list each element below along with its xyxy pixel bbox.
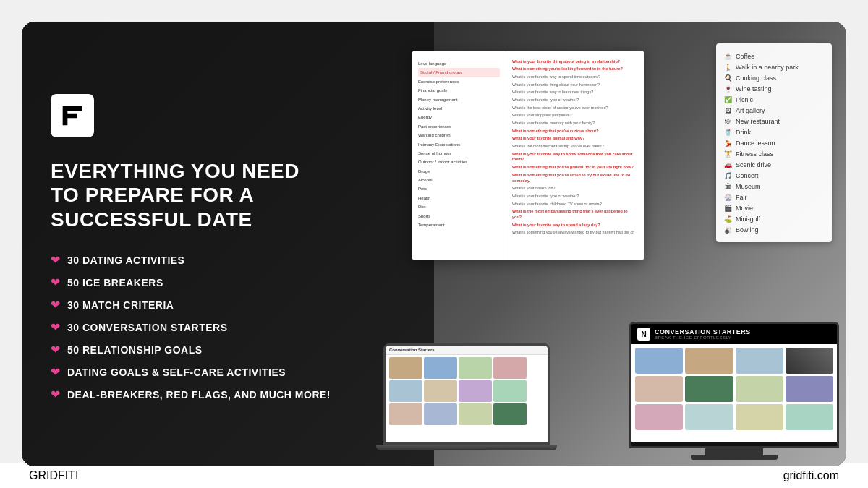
monitor-gallery-item	[736, 376, 783, 402]
activity-item: 💃 Dance lesson	[723, 137, 825, 148]
doc-right-item: What is your favorite way to spend time …	[512, 73, 638, 81]
laptop-screen-content: Conversation Starters	[386, 346, 548, 442]
gallery-thumb	[424, 357, 457, 379]
doc-item: Drugs	[418, 167, 500, 176]
monitor-gallery-item	[685, 348, 733, 374]
laptop-base	[376, 445, 557, 450]
activity-label: Wine tasting	[736, 85, 772, 93]
monitor-logo: N	[637, 328, 650, 341]
feature-text-1: 30 DATING ACTIVITIES	[67, 254, 184, 266]
monitor-mockup: N CONVERSATION STARTERS BREAK THE ICE EF…	[629, 322, 839, 459]
monitor-stand	[705, 448, 763, 455]
doc-item: Activity level	[418, 104, 500, 113]
heart-icon-4: ❤	[51, 320, 60, 334]
monitor-base	[691, 455, 778, 460]
monitor-subtitle: BREAK THE ICE EFFORTLESSLY	[655, 335, 751, 340]
movie-icon: 🎬	[723, 205, 732, 212]
doc-right-item: What is your favorite thing about being …	[512, 58, 638, 66]
doc-item: Temperament	[418, 221, 500, 229]
monitor-screen: N CONVERSATION STARTERS BREAK THE ICE EF…	[629, 322, 839, 448]
gallery-thumb	[424, 380, 457, 402]
heart-icon-3: ❤	[51, 298, 60, 312]
monitor-gallery-item	[685, 404, 733, 430]
picnic-icon: ✅	[723, 96, 732, 103]
restaurant-icon: 🍽	[723, 118, 732, 125]
doc-right-item: What is your sloppiest pet peeve?	[512, 112, 638, 120]
activity-item: 🥤 Drink	[723, 127, 825, 137]
right-panel: Love language Social / Friend groups Exe…	[369, 22, 846, 466]
doc-item: Alcohol	[418, 176, 500, 184]
laptop-gallery-row	[389, 403, 544, 425]
doc-right-item: What is something that you're curious ab…	[512, 127, 638, 135]
monitor-title-group: CONVERSATION STARTERS BREAK THE ICE EFFO…	[655, 328, 751, 340]
gallery-thumb	[493, 380, 527, 402]
content-layer: EVERYTHING YOU NEED TO PREPARE FOR A SUC…	[22, 22, 846, 466]
left-panel: EVERYTHING YOU NEED TO PREPARE FOR A SUC…	[22, 22, 369, 466]
drive-icon: 🚗	[723, 161, 732, 168]
activity-label: Walk in a nearby park	[736, 64, 799, 71]
feature-item-2: ❤ 50 ICE BREAKERS	[51, 275, 340, 289]
monitor-gallery-item	[635, 348, 683, 374]
doc-right-item: What is something that you're grateful f…	[512, 164, 638, 172]
bottom-bar: GRIDFITI gridfiti.com	[0, 463, 868, 488]
heart-icon-5: ❤	[51, 343, 60, 356]
main-heading: EVERYTHING YOU NEED TO PREPARE FOR A SUC…	[51, 159, 340, 232]
monitor-gallery-item	[685, 376, 733, 402]
gallery-thumb	[459, 380, 492, 402]
notion-logo	[51, 94, 94, 137]
doc-right-item: What is the most memorable trip you've e…	[512, 143, 638, 151]
brand-left: GRIDFITI	[29, 469, 78, 482]
activity-label: Concert	[736, 172, 759, 179]
monitor-gallery-item	[786, 376, 833, 402]
activity-item: 🖼 Art gallery	[723, 105, 825, 116]
fair-icon: 🎡	[723, 194, 732, 201]
concert-icon: 🎵	[723, 172, 732, 179]
activity-label: Fair	[736, 194, 747, 201]
activity-item: 🍳 Cooking class	[723, 72, 825, 83]
doc-right-item: What is your favorite animal and why?	[512, 135, 638, 143]
doc-right-item: What is your favorite childhood TV show …	[512, 200, 638, 208]
heart-icon-6: ❤	[51, 365, 60, 379]
activity-label: Cooking class	[736, 74, 776, 82]
feature-text-5: 50 RELATIONSHIP GOALS	[67, 344, 203, 356]
doc-right-item: What is your favorite way to learn new t…	[512, 89, 638, 97]
feature-text-3: 30 MATCH CRITERIA	[67, 299, 174, 311]
doc-item: Exercise preferences	[418, 77, 500, 86]
monitor-title: CONVERSATION STARTERS	[655, 328, 751, 335]
feature-item-7: ❤ DEAL-BREAKERS, RED FLAGS, AND MUCH MOR…	[51, 388, 340, 401]
activity-item: 🎬 Movie	[723, 202, 825, 213]
heart-icon-1: ❤	[51, 253, 60, 267]
doc-right-item: What is the most embarrassing thing that…	[512, 208, 638, 221]
gallery-thumb	[493, 403, 527, 425]
activity-label: Mini-golf	[736, 215, 760, 223]
activity-label: Movie	[736, 205, 753, 212]
laptop-mockup: Conversation Starters	[383, 343, 550, 459]
activity-item: 🚗 Scenic drive	[723, 159, 825, 170]
activity-item: 🏛 Museum	[723, 181, 825, 192]
laptop-gallery-row	[389, 357, 544, 379]
brand-right: gridfiti.com	[783, 469, 839, 482]
heart-icon-2: ❤	[51, 275, 60, 289]
activity-label: Drink	[736, 129, 751, 136]
museum-icon: 🏛	[723, 183, 732, 190]
bowling-icon: 🎳	[723, 226, 732, 234]
activity-item: ✅ Picnic	[723, 94, 825, 105]
wine-icon: 🍷	[723, 85, 732, 93]
doc-item: Intimacy Expectations	[418, 140, 500, 149]
monitor-gallery	[631, 344, 837, 434]
activity-label: Coffee	[736, 53, 754, 60]
doc-item: Love language	[418, 59, 500, 68]
doc-right-item: What is something that you're afraid to …	[512, 171, 638, 184]
feature-text-7: DEAL-BREAKERS, RED FLAGS, AND MUCH MORE!	[67, 389, 331, 401]
gallery-thumb	[389, 357, 422, 379]
doc-item: Past experiences	[418, 122, 500, 131]
feature-item-6: ❤ DATING GOALS & SELF-CARE ACTIVITIES	[51, 365, 340, 379]
doc-right-item: What is your favorite way to spend a laz…	[512, 221, 638, 229]
activity-item: 🎡 Fair	[723, 192, 825, 202]
monitor-gallery-item	[736, 348, 783, 374]
activity-item: 🏋 Fitness class	[723, 148, 825, 159]
coffee-icon: ☕	[723, 53, 732, 60]
doc-right-item: What is your favorite thing about your h…	[512, 81, 638, 89]
doc-left-col: Love language Social / Friend groups Exe…	[412, 51, 506, 260]
feature-item-3: ❤ 30 MATCH CRITERIA	[51, 298, 340, 312]
